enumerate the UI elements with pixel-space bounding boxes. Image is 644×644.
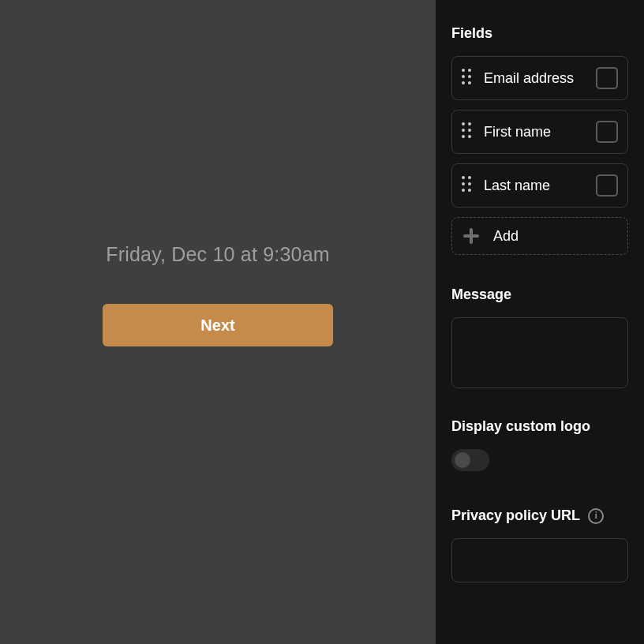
- field-row-last-name[interactable]: Last name: [451, 163, 628, 208]
- field-label: First name: [484, 124, 596, 140]
- info-icon[interactable]: [588, 508, 604, 524]
- message-input[interactable]: [451, 317, 628, 388]
- toggle-knob: [455, 452, 470, 468]
- fields-heading: Fields: [451, 25, 628, 42]
- drag-handle-icon[interactable]: [462, 69, 474, 88]
- logo-heading: Display custom logo: [451, 418, 628, 435]
- drag-handle-icon[interactable]: [462, 176, 474, 195]
- message-heading: Message: [451, 286, 628, 303]
- next-button[interactable]: Next: [103, 304, 333, 346]
- settings-sidebar: Fields Email address First name Last nam…: [436, 0, 644, 644]
- add-field-button[interactable]: Add: [451, 217, 628, 255]
- privacy-heading: Privacy policy URL: [451, 507, 580, 524]
- field-checkbox[interactable]: [596, 67, 618, 89]
- add-label: Add: [493, 228, 519, 245]
- logo-toggle[interactable]: [451, 449, 489, 471]
- plus-icon: [463, 228, 479, 244]
- drag-handle-icon[interactable]: [462, 122, 474, 141]
- field-row-first-name[interactable]: First name: [451, 110, 628, 154]
- preview-pane: Friday, Dec 10 at 9:30am Next: [0, 0, 436, 644]
- field-label: Last name: [484, 178, 596, 194]
- booking-datetime: Friday, Dec 10 at 9:30am: [106, 243, 330, 266]
- field-checkbox[interactable]: [596, 174, 618, 197]
- field-row-email[interactable]: Email address: [451, 56, 628, 100]
- field-checkbox[interactable]: [596, 121, 618, 143]
- privacy-url-input[interactable]: [451, 538, 628, 582]
- field-label: Email address: [484, 70, 596, 87]
